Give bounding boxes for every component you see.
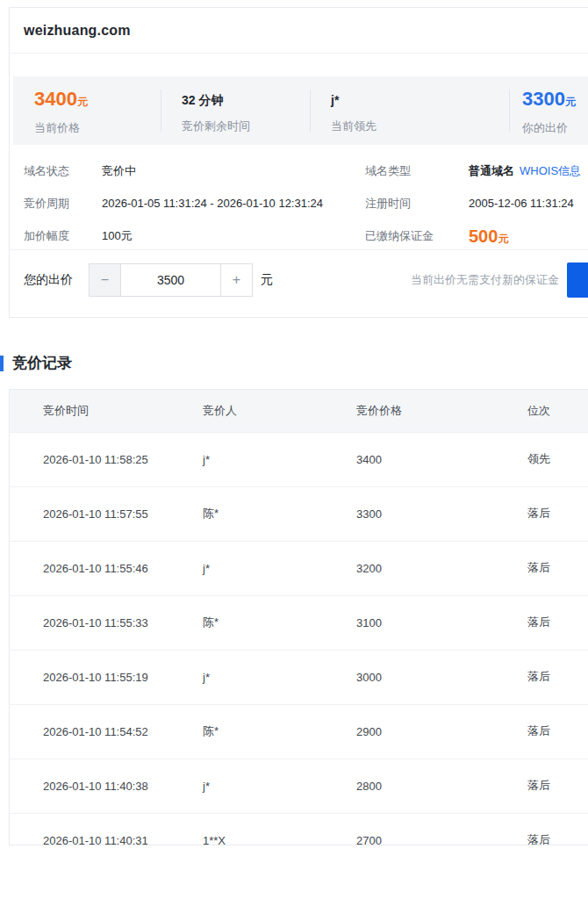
column-header-bidder: 竞价人 [181,390,334,432]
info-row-bid-increment: 加价幅度 100元 [24,227,365,245]
stat-current-leader: j* 当前领先 [310,76,509,145]
info-row-registration-time: 注册时间 2005-12-06 11:31:24 [365,195,588,212]
bidder: j* [181,432,334,486]
bidder: j* [181,650,334,704]
domain-info-left-column: 域名状态 竞价中 竞价周期 2026-01-05 11:31:24 - 2026… [24,162,365,263]
bidder: j* [181,759,334,813]
domain-type-value: 普通域名 [469,162,514,180]
your-bid-label: 你的出价 [522,121,588,134]
auction-period-value: 2026-01-05 11:31:24 - 2026-01-10 12:31:2… [102,195,323,212]
bid-price: 3300 [334,486,506,541]
table-row: 2026-01-10 11:57:55 陈* 3300 落后 [10,486,588,541]
bid-records-heading: 竞价记录 [0,353,72,373]
rank: 领先 [506,432,588,486]
column-header-bid-time: 竞价时间 [10,390,181,432]
bid-increment-label: 加价幅度 [24,227,102,245]
bidder: j* [181,541,334,595]
time-remaining-value: 32 分钟 [182,93,223,107]
bid-price: 3400 [334,432,506,486]
bid-decrease-button[interactable]: − [89,263,121,297]
domain-name-title: weizhuang.com [24,23,131,39]
whois-info-link[interactable]: WHOIS信息 [520,162,581,180]
bid-time: 2026-01-10 11:40:38 [10,759,181,813]
info-row-paid-deposit: 已缴纳保证金 500元 [365,227,588,248]
bid-price: 2900 [334,704,506,759]
registration-time-label: 注册时间 [365,195,469,212]
column-header-bid-price: 竞价价格 [334,390,506,432]
bid-time: 2026-01-10 11:58:25 [10,432,181,486]
stat-current-price: 3400元 当前价格 [13,76,161,145]
bid-records-title: 竞价记录 [12,353,72,373]
bid-increase-button[interactable]: + [220,263,253,297]
your-bid-input-label: 您的出价 [24,272,73,288]
info-row-domain-status: 域名状态 竞价中 [24,162,365,180]
domain-info-right-column: 域名类型 普通域名 WHOIS信息 注册时间 2005-12-06 11:31:… [365,162,588,263]
registration-time-value: 2005-12-06 11:31:24 [469,195,574,212]
domain-status-value: 竞价中 [102,162,136,180]
table-row: 2026-01-10 11:40:31 1**X 2700 落后 [10,813,588,845]
rank: 落后 [506,813,588,845]
heading-accent-bar [0,356,4,371]
domain-status-label: 域名状态 [24,162,102,180]
plus-icon: + [233,272,240,288]
rank: 落后 [506,759,588,813]
bid-price: 3100 [334,595,506,650]
your-bid-value: 3300 [522,88,565,110]
stat-your-bid: 3300元 你的出价 [509,76,588,145]
bid-price: 2800 [334,759,506,813]
current-leader-value: j* [331,93,339,107]
deposit-notice-text: 当前出价无需支付新的保证金 [411,272,559,288]
bid-increment-value: 100元 [102,227,133,245]
bid-price: 3200 [334,541,506,595]
rank: 落后 [506,704,588,759]
rank: 落后 [506,486,588,541]
bid-submit-button[interactable] [567,263,588,298]
stat-time-remaining: 32 分钟 竞价剩余时间 [161,76,310,145]
paid-deposit-value: 500元 [469,227,508,248]
rank: 落后 [506,595,588,650]
bid-currency-unit: 元 [261,272,273,288]
bid-price: 3000 [334,650,506,704]
bid-records-card: 竞价时间 竞价人 竞价价格 位次 2026-01-10 11:58:25 j* … [9,389,588,845]
current-leader-label: 当前领先 [331,119,509,133]
your-bid-unit: 元 [565,96,576,108]
table-row: 2026-01-10 11:54:52 陈* 2900 落后 [10,704,588,759]
info-row-auction-period: 竞价周期 2026-01-05 11:31:24 - 2026-01-10 12… [24,195,365,212]
rank: 落后 [506,541,588,595]
auction-period-label: 竞价周期 [24,195,102,212]
domain-info-section: 域名状态 竞价中 竞价周期 2026-01-05 11:31:24 - 2026… [10,145,588,249]
current-price-value: 3400 [34,88,77,110]
table-row: 2026-01-10 11:55:19 j* 3000 落后 [10,650,588,704]
bidder: 陈* [181,486,334,541]
domain-auction-card: weizhuang.com 3400元 当前价格 32 分钟 竞价剩余时间 j*… [9,7,588,318]
info-row-domain-type: 域名类型 普通域名 WHOIS信息 [365,162,588,180]
table-row: 2026-01-10 11:55:33 陈* 3100 落后 [10,595,588,650]
minus-icon: − [101,272,109,288]
paid-deposit-label: 已缴纳保证金 [365,227,469,248]
rank: 落后 [506,650,588,704]
bid-time: 2026-01-10 11:40:31 [10,813,181,845]
bidder: 1**X [181,813,334,845]
auction-stats-bar: 3400元 当前价格 32 分钟 竞价剩余时间 j* 当前领先 3300元 你的… [13,76,588,145]
time-remaining-label: 竞价剩余时间 [182,119,310,133]
bid-amount-stepper: − + [89,263,253,297]
current-price-label: 当前价格 [34,121,161,134]
bid-time: 2026-01-10 11:57:55 [10,486,181,541]
domain-type-label: 域名类型 [365,162,469,180]
bidder: 陈* [181,704,334,759]
table-row: 2026-01-10 11:40:38 j* 2800 落后 [10,759,588,813]
column-header-rank: 位次 [506,390,588,432]
bid-amount-input[interactable] [120,263,221,297]
bid-time: 2026-01-10 11:54:52 [10,704,181,759]
bid-time: 2026-01-10 11:55:33 [10,595,181,650]
bid-time: 2026-01-10 11:55:19 [10,650,181,704]
current-price-unit: 元 [77,96,88,108]
bid-input-row: 您的出价 − + 元 当前出价无需支付新的保证金 [10,249,588,309]
bid-time: 2026-01-10 11:55:46 [10,541,181,595]
bid-price: 2700 [334,813,506,845]
table-row: 2026-01-10 11:58:25 j* 3400 领先 [10,432,588,486]
table-row: 2026-01-10 11:55:46 j* 3200 落后 [10,541,588,595]
table-header-row: 竞价时间 竞价人 竞价价格 位次 [10,390,588,432]
bid-records-table: 竞价时间 竞价人 竞价价格 位次 2026-01-10 11:58:25 j* … [10,390,588,845]
bidder: 陈* [181,595,334,650]
